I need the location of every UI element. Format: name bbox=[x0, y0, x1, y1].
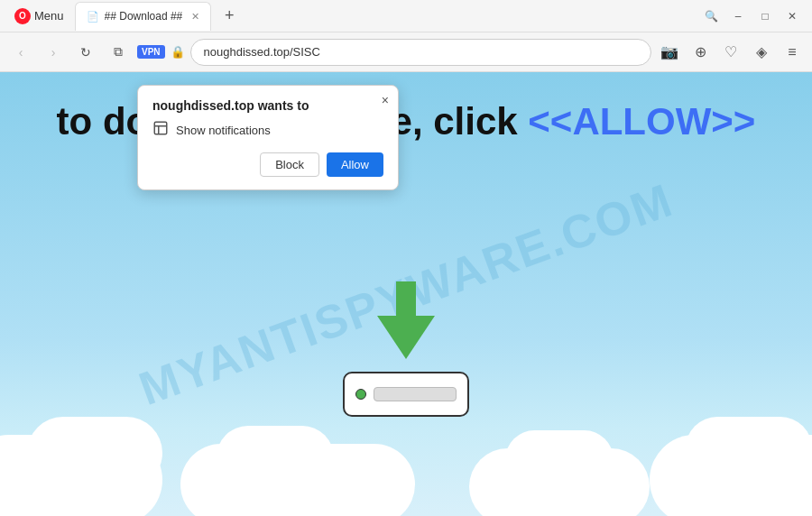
title-bar: O Menu 📄 ## Download ## ✕ + 🔍 – □ ✕ bbox=[0, 0, 812, 32]
address-bar[interactable] bbox=[190, 39, 651, 66]
cloud-3b bbox=[505, 430, 614, 489]
window-controls: 🔍 – □ ✕ bbox=[698, 4, 805, 29]
arrow-head bbox=[377, 316, 435, 359]
tabs-overview-button[interactable]: ⧉ bbox=[105, 39, 132, 66]
block-button[interactable]: Block bbox=[260, 152, 319, 177]
close-button[interactable]: ✕ bbox=[780, 4, 805, 29]
nav-bar: ‹ › ↻ ⧉ VPN 🔒 📷 ⊕ ♡ ◈ ≡ bbox=[0, 32, 812, 72]
popup-buttons: Block Allow bbox=[152, 152, 383, 177]
nav-right-icons: 📷 ⊕ ♡ ◈ ≡ bbox=[657, 40, 805, 65]
forward-button[interactable]: › bbox=[40, 39, 67, 66]
camera-button[interactable]: 📷 bbox=[657, 40, 682, 65]
cloud-1b bbox=[27, 417, 162, 489]
allow-button[interactable]: Allow bbox=[327, 152, 383, 177]
restore-button[interactable]: □ bbox=[752, 4, 778, 29]
reload-button[interactable]: ↻ bbox=[72, 39, 99, 66]
search-button[interactable]: 🔍 bbox=[698, 4, 724, 29]
popup-title: noughdissed.top wants to bbox=[152, 98, 383, 113]
popup-close-button[interactable]: × bbox=[382, 93, 389, 107]
minimize-button[interactable]: – bbox=[725, 4, 751, 29]
opera-logo: O bbox=[14, 8, 31, 24]
menu-label: Menu bbox=[34, 9, 64, 23]
cloud-2b bbox=[217, 426, 334, 489]
hdd-slot bbox=[374, 387, 457, 401]
lock-icon: 🔒 bbox=[171, 45, 185, 59]
hdd-led bbox=[355, 389, 366, 400]
main-text-highlight: <<ALLOW>> bbox=[528, 100, 755, 143]
page-content: MYANTISPYWARE.COM to download the file, … bbox=[0, 72, 812, 516]
back-button[interactable]: ‹ bbox=[7, 39, 34, 66]
tab-icon: 📄 bbox=[87, 11, 99, 23]
page-main-text: to download the file, click <<ALLOW>> bbox=[0, 99, 812, 144]
notification-popup: × noughdissed.top wants to Show notifica… bbox=[137, 85, 399, 190]
clouds-bottom bbox=[0, 408, 812, 516]
favorites-button[interactable]: ♡ bbox=[718, 40, 743, 65]
opera-menu-button[interactable]: O Menu bbox=[7, 5, 71, 28]
popup-permission: Show notifications bbox=[152, 120, 383, 140]
active-tab[interactable]: 📄 ## Download ## ✕ bbox=[75, 2, 212, 31]
permission-text: Show notifications bbox=[176, 124, 271, 137]
wallet-button[interactable]: ◈ bbox=[749, 40, 774, 65]
svg-rect-0 bbox=[154, 122, 167, 134]
tab-close-button[interactable]: ✕ bbox=[191, 11, 199, 23]
browser-menu-button[interactable]: ≡ bbox=[780, 40, 805, 65]
new-tab-button[interactable]: + bbox=[217, 4, 242, 29]
tab-title: ## Download ## bbox=[105, 10, 183, 23]
browser-window: O Menu 📄 ## Download ## ✕ + 🔍 – □ ✕ ‹ › … bbox=[0, 0, 812, 516]
download-illustration bbox=[343, 281, 469, 417]
cloud-4b bbox=[686, 417, 812, 480]
arrow-shaft bbox=[396, 281, 416, 316]
vpn-badge[interactable]: VPN bbox=[137, 45, 165, 59]
extensions-button[interactable]: ⊕ bbox=[687, 40, 713, 65]
tabs-area: 📄 ## Download ## ✕ + bbox=[75, 2, 698, 31]
notification-permission-icon bbox=[152, 120, 169, 140]
